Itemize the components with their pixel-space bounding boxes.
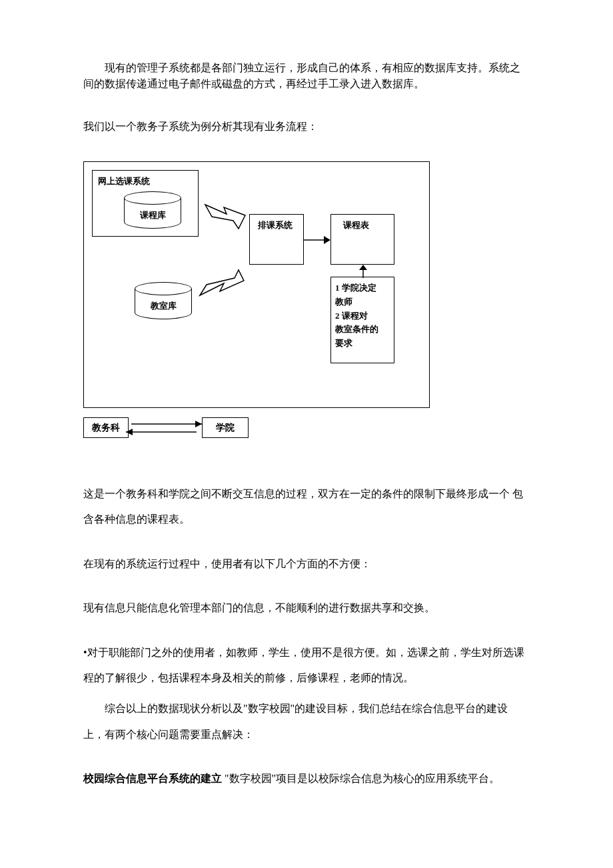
factor-line: 2 课程对 [335,309,390,323]
factor-line: 教师 [335,295,390,309]
arrow-course-to-schedule [204,197,251,230]
paragraph: 这是一个教务科和学院之间不断交互信息的过程，双方在一定的条件的限制下最终形成一个… [83,481,530,533]
paragraph: •对于职能部门之外的使用者，如教师，学生，使用不是很方便。如，选课之前，学生对所… [83,640,530,691]
arrow-room-to-schedule [197,269,251,302]
factor-line: 教室条件的 [335,323,390,337]
factor-line: 1 学院决定 [335,281,390,295]
paragraph: 现有的管理子系统都是各部门独立运行，形成自己的体系，有相应的数据库支持。系统之间… [83,60,530,92]
flow-diagram: 网上选课系统 课程库 教室库 排课系统 课程表 1 学院决定 教师 2 课程对 … [83,161,430,408]
box-timetable: 课程表 [330,214,394,265]
paragraph: 我们以一个教务子系统为例分析其现有业务流程： [83,119,530,135]
factor-line: 要求 [335,337,390,351]
db-room: 教室库 [135,282,192,319]
svg-marker-7 [195,421,202,427]
svg-marker-5 [359,265,367,270]
label-db-course: 课程库 [124,209,181,222]
box-schedule-system: 排课系统 [249,214,304,265]
svg-marker-0 [205,205,245,229]
svg-marker-3 [324,236,330,244]
box-factors: 1 学院决定 教师 2 课程对 教室条件的 要求 [330,277,394,363]
label-timetable: 课程表 [343,219,369,232]
arrow-bidirectional [126,420,202,436]
box-college: 学院 [202,417,249,438]
text-inline: "数字校园"项目是以校际综合信息为核心的应用系统平台。 [222,773,500,784]
label-online-select: 网上选课系统 [98,175,150,188]
paragraph: 现有信息只能信息化管理本部门的信息，不能顺利的进行数据共享和交换。 [83,595,530,621]
paragraph: 综合以上的数据现状分析以及"数字校园"的建设目标，我们总结在综合信息平台的建设 … [83,696,530,747]
arrow-schedule-to-timetable [304,234,330,246]
db-course: 课程库 [124,191,181,229]
paragraph: 校园综合信息平台系统的建立 "数字校园"项目是以校际综合信息为核心的应用系统平台… [83,766,530,791]
svg-marker-1 [200,270,244,295]
heading-inline: 校园综合信息平台系统的建立 [83,773,222,784]
label-schedule-system: 排课系统 [258,219,293,232]
interaction-diagram: 教务科 学院 [83,415,263,441]
arrow-factors-to-timetable [357,265,369,278]
paragraph: 在现有的系统运行过程中，使用者有以下几个方面的不方便： [83,551,530,577]
box-academic-office: 教务科 [83,417,129,438]
label-db-room: 教室库 [135,299,192,313]
svg-marker-9 [126,429,133,435]
